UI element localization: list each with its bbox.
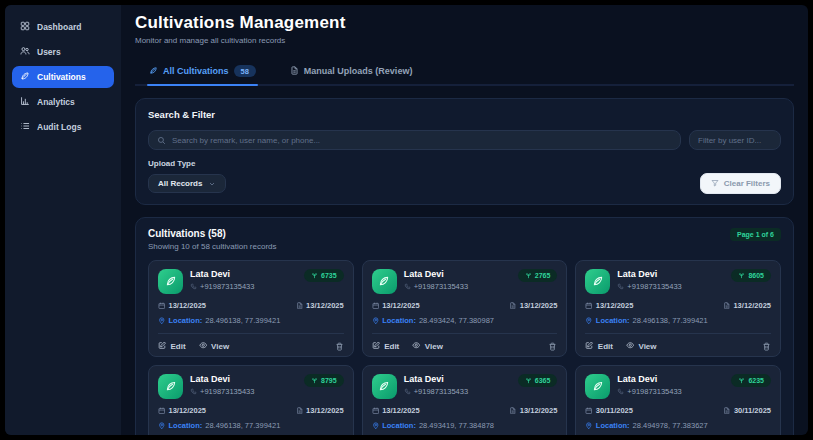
avatar [158, 269, 183, 294]
file-icon [723, 302, 731, 310]
location-coordinates: 28.493424, 77.380987 [419, 316, 494, 325]
delete-button[interactable] [762, 342, 771, 351]
farmer-phone: +919873135433 [627, 387, 681, 396]
sprout-icon [311, 377, 318, 385]
upload-date: 13/12/2025 [520, 301, 558, 310]
cultivation-card: Lata Devi +919873135433 8795 13/12/2025 … [148, 365, 354, 435]
upload-date: 13/12/2025 [306, 406, 344, 415]
delete-button[interactable] [548, 342, 557, 351]
location-coordinates: 28.494978, 77.383627 [633, 421, 708, 430]
user-id-input[interactable] [698, 136, 808, 145]
location-coordinates: 28.496138, 77.399421 [205, 316, 280, 325]
view-button[interactable]: View [412, 341, 443, 352]
location-pin-icon [585, 422, 593, 430]
user-id-input-box [689, 130, 781, 150]
phone-icon [190, 283, 197, 290]
page-indicator-badge: Page 1 of 6 [730, 228, 781, 241]
sidebar-item-label: Audit Logs [37, 122, 81, 132]
calendar-icon [158, 302, 166, 310]
edit-label: Edit [171, 342, 186, 351]
location-label: Location: [169, 421, 203, 430]
leaf-icon [165, 273, 177, 291]
location-coordinates: 28.496138, 77.399421 [633, 316, 708, 325]
search-input[interactable] [172, 136, 672, 145]
edit-pencil-icon [585, 341, 594, 352]
upload-type-select[interactable]: All Records [148, 174, 226, 193]
farmer-phone: +919873135433 [200, 387, 254, 396]
farmer-name: Lata Devi [617, 374, 681, 384]
file-icon [509, 407, 517, 415]
sprout-icon [738, 272, 745, 280]
view-button[interactable]: View [199, 341, 230, 352]
users-icon [20, 46, 30, 58]
phone-icon [404, 388, 411, 395]
sidebar-item-label: Cultivations [37, 72, 86, 82]
calendar-icon [372, 302, 380, 310]
audit-logs-list-icon [20, 121, 30, 133]
cultivation-date: 13/12/2025 [382, 301, 420, 310]
sidebar: Dashboard Users Cultivations Analytics A… [5, 5, 121, 435]
clear-filters-button[interactable]: Clear Filters [700, 173, 781, 194]
eye-icon [412, 341, 421, 352]
sprout-icon [525, 272, 532, 280]
edit-label: Edit [598, 342, 613, 351]
leaf-icon [378, 378, 390, 396]
cultivations-title: Cultivations (58) [148, 228, 277, 239]
tab-all-cultivations[interactable]: All Cultivations 58 [147, 57, 258, 84]
cultivation-date: 13/12/2025 [596, 301, 634, 310]
delete-button[interactable] [335, 342, 344, 351]
edit-button[interactable]: Edit [372, 341, 400, 352]
edit-button[interactable]: Edit [585, 341, 613, 352]
view-label: View [638, 342, 656, 351]
app-window: Dashboard Users Cultivations Analytics A… [5, 5, 808, 435]
analytics-chart-icon [20, 96, 30, 108]
leaf-icon [378, 273, 390, 291]
farmer-name: Lata Devi [404, 269, 468, 279]
avatar [585, 374, 610, 399]
view-label: View [211, 342, 229, 351]
quantity-value: 2765 [535, 272, 551, 279]
leaf-icon [592, 378, 604, 396]
sidebar-item-dashboard[interactable]: Dashboard [12, 16, 114, 38]
farmer-name: Lata Devi [404, 374, 468, 384]
quantity-badge: 8605 [731, 269, 771, 282]
quantity-value: 6365 [535, 377, 551, 384]
leaf-icon [20, 71, 30, 83]
edit-button[interactable]: Edit [158, 341, 186, 352]
upload-type-value: All Records [158, 179, 202, 188]
location-pin-icon [585, 317, 593, 325]
location-label: Location: [596, 316, 630, 325]
farmer-phone: +919873135433 [414, 282, 468, 291]
tab-manual-uploads[interactable]: Manual Uploads (Review) [288, 57, 415, 84]
search-icon [157, 136, 166, 145]
cultivations-panel: Cultivations (58) Showing 10 of 58 culti… [135, 217, 794, 435]
upload-date: 30/11/2025 [734, 406, 771, 415]
search-input-box [148, 130, 681, 150]
quantity-badge: 6735 [304, 269, 344, 282]
view-button[interactable]: View [626, 341, 657, 352]
sidebar-item-audit-logs[interactable]: Audit Logs [12, 116, 114, 138]
quantity-value: 8605 [748, 272, 764, 279]
sidebar-item-cultivations[interactable]: Cultivations [12, 66, 114, 88]
eye-icon [626, 341, 635, 352]
sidebar-item-users[interactable]: Users [12, 41, 114, 63]
phone-icon [617, 283, 624, 290]
clear-filters-label: Clear Filters [724, 179, 770, 188]
main-content: Cultivations Management Monitor and mana… [121, 5, 808, 435]
tab-bar: All Cultivations 58 Manual Uploads (Revi… [135, 57, 794, 86]
sidebar-item-analytics[interactable]: Analytics [12, 91, 114, 113]
phone-icon [190, 388, 197, 395]
farmer-name: Lata Devi [190, 374, 254, 384]
location-pin-icon [158, 422, 166, 430]
calendar-icon [585, 407, 593, 415]
quantity-badge: 2765 [518, 269, 558, 282]
calendar-icon [158, 407, 166, 415]
farmer-name: Lata Devi [617, 269, 681, 279]
location-pin-icon [372, 317, 380, 325]
file-icon [509, 302, 517, 310]
location-coordinates: 28.493419, 77.384878 [419, 421, 494, 430]
quantity-value: 8795 [321, 377, 337, 384]
cultivation-date: 13/12/2025 [382, 406, 420, 415]
quantity-badge: 6235 [731, 374, 771, 387]
quantity-badge: 8795 [304, 374, 344, 387]
